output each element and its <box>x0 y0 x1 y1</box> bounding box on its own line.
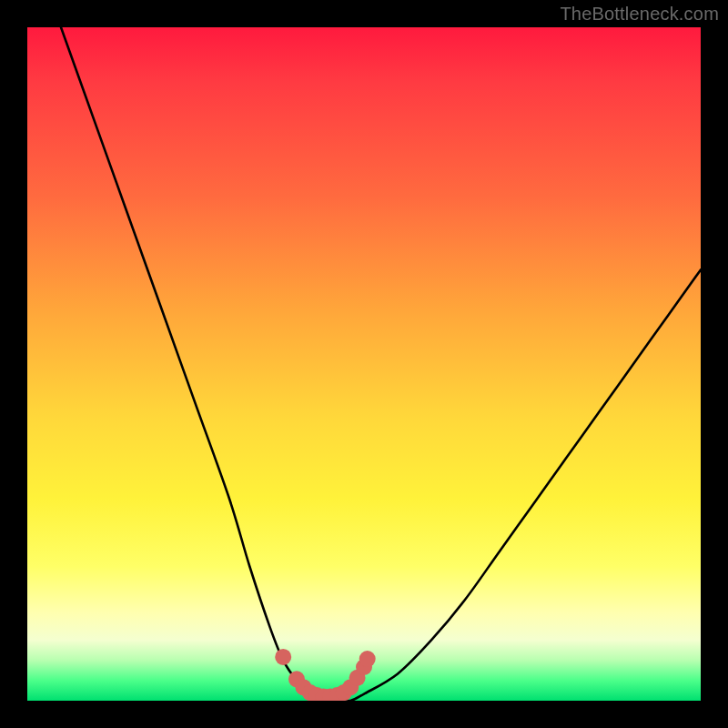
watermark-text: TheBottleneck.com <box>560 4 719 25</box>
trough-marker-group <box>275 649 376 701</box>
plot-area <box>27 27 701 701</box>
trough-marker <box>275 649 291 665</box>
trough-marker <box>359 651 376 667</box>
chart-svg <box>27 27 701 701</box>
bottleneck-curve <box>61 27 701 701</box>
chart-frame: TheBottleneck.com <box>0 0 728 728</box>
